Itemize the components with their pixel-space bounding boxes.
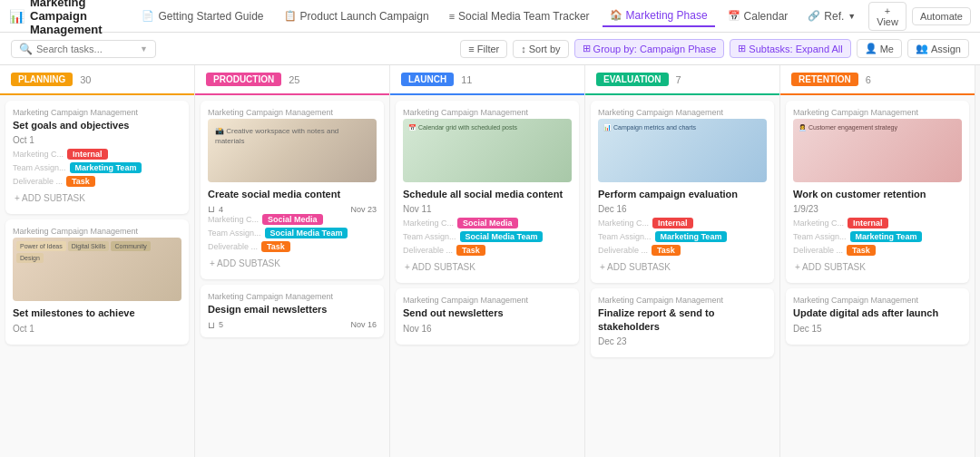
field-label: Deliverable ... <box>13 177 63 186</box>
card-field-row: Marketing C...Internal <box>598 218 767 228</box>
table-row[interactable]: Marketing Campaign Management Power of I… <box>5 219 189 344</box>
card-meta: Marketing Campaign Management <box>403 108 572 117</box>
column-planning: PLANNING 30 Marketing Campaign Managemen… <box>0 65 195 457</box>
column-body-retention: Marketing Campaign Management👩‍💼 Custome… <box>780 95 975 457</box>
column-body-evaluation: Marketing Campaign Management📊 Campaign … <box>585 95 779 457</box>
ref-expand-icon: ▼ <box>848 12 856 21</box>
field-label: Marketing C... <box>598 219 649 228</box>
card-image: Power of Ideas Digital Skills Community … <box>13 238 181 301</box>
filter-icon: ≡ <box>468 44 474 54</box>
card-title: Work on customer retention <box>793 188 962 200</box>
field-label: Marketing C... <box>403 219 454 228</box>
card-subtask-info: ⊔ 4 Nov 23 <box>208 204 377 214</box>
column-header-evaluation: EVALUATION 7 <box>585 65 779 95</box>
card-image: 👩‍💼 Customer engagement strategy <box>793 119 962 182</box>
table-row[interactable]: Marketing Campaign Management📊 Campaign … <box>591 101 774 283</box>
phase-badge-production: PRODUCTION <box>206 73 281 86</box>
tag: Marketing Team <box>70 162 142 173</box>
field-label: Team Assign... <box>403 232 456 241</box>
add-subtask-button[interactable]: + ADD SUBTASK <box>793 258 962 276</box>
field-label: Deliverable ... <box>793 246 843 255</box>
phase-badge-retention: RETENTION <box>791 73 858 86</box>
search-input[interactable] <box>36 44 136 54</box>
tag: Marketing Team <box>850 231 923 242</box>
person-icon: 👤 <box>865 43 877 54</box>
calendar-icon: 📅 <box>728 10 740 22</box>
subtasks-button[interactable]: ⊞ Subtasks: Expand All <box>730 39 850 58</box>
field-label: Team Assign... <box>13 163 66 172</box>
phase-badge-evaluation: EVALUATION <box>596 73 669 86</box>
tab-getting-started[interactable]: 📄 Getting Started Guide <box>134 6 270 26</box>
card-field-row: Team Assign...Social Media Team <box>208 228 377 238</box>
tab-social-media-tracker[interactable]: ≡ Social Media Team Tracker <box>442 6 597 26</box>
doc-icon: 📄 <box>142 10 154 22</box>
tag: Marketing Team <box>655 231 728 242</box>
link-icon: 🔗 <box>808 10 820 22</box>
automate-button[interactable]: Automate <box>912 7 971 25</box>
grid-icon: ≡ <box>449 11 455 22</box>
card-date: Oct 1 <box>13 135 181 145</box>
table-row[interactable]: Marketing Campaign ManagementFinalize re… <box>591 288 774 357</box>
card-title: Create social media content <box>208 188 377 200</box>
table-row[interactable]: Marketing Campaign Management📸 Creative … <box>201 101 384 279</box>
card-date: Nov 16 <box>403 324 572 334</box>
subtask-icon: ⊔ <box>208 204 215 214</box>
card-title: Set goals and objectives <box>13 119 181 131</box>
add-subtask-button[interactable]: + ADD SUBTASK <box>208 255 377 272</box>
field-label: Deliverable ... <box>403 246 453 255</box>
column-launch: LAUNCH 11 Marketing Campaign Management📅… <box>390 65 585 457</box>
table-row[interactable]: Marketing Campaign ManagementSet goals a… <box>5 101 189 214</box>
search-box[interactable]: 🔍 ▼ <box>11 40 156 58</box>
column-count-retention: 6 <box>866 74 871 85</box>
table-row[interactable]: Marketing Campaign ManagementDesign emai… <box>201 285 384 336</box>
card-title: Set milestones to achieve <box>13 306 181 319</box>
column-count-planning: 30 <box>80 74 91 85</box>
tag: Social Media <box>457 218 518 228</box>
field-label: Marketing C... <box>13 150 64 159</box>
tag: Internal <box>652 218 693 228</box>
tab-marketing-phase[interactable]: 🏠 Marketing Phase <box>603 5 715 27</box>
card-date: Dec 16 <box>598 204 767 214</box>
tag: Task <box>66 176 95 187</box>
tag: Internal <box>67 149 108 160</box>
sort-button[interactable]: ↕ Sort by <box>513 40 568 58</box>
add-view-button[interactable]: + View <box>868 2 906 31</box>
subtask-count: 5 <box>219 320 223 329</box>
column-count-production: 25 <box>289 74 299 85</box>
column-header-launch: LAUNCH 11 <box>390 65 584 95</box>
subtask-count: 4 <box>219 205 223 214</box>
assign-button[interactable]: 👥 Assign <box>907 39 969 58</box>
card-title: Send out newsletters <box>403 306 572 319</box>
add-subtask-button[interactable]: + ADD SUBTASK <box>403 258 572 276</box>
column-header-retention: RETENTION 6 <box>780 65 975 95</box>
group-by-button[interactable]: ⊞ Group by: Campaign Phase <box>574 39 725 58</box>
field-label: Marketing C... <box>208 215 259 224</box>
card-field-row: Team Assign...Marketing Team <box>13 162 181 173</box>
filter-button[interactable]: ≡ Filter <box>460 40 507 58</box>
app-title: Marketing Campaign Management <box>30 0 122 36</box>
subtasks-icon: ⊞ <box>738 43 746 54</box>
tab-product-launch[interactable]: 📋 Product Launch Campaign <box>277 6 436 26</box>
card-date: Dec 15 <box>793 324 962 334</box>
card-title: Update digital ads after launch <box>793 306 962 319</box>
tab-ref[interactable]: 🔗 Ref. ▼ <box>800 6 863 26</box>
table-row[interactable]: Marketing Campaign Management👩‍💼 Custome… <box>786 101 969 283</box>
filterbar: 🔍 ▼ ≡ Filter ↕ Sort by ⊞ Group by: Campa… <box>0 33 980 65</box>
me-button[interactable]: 👤 Me <box>857 39 902 58</box>
table-row[interactable]: Marketing Campaign ManagementUpdate digi… <box>786 288 969 344</box>
chevron-down-icon: ▼ <box>140 44 148 53</box>
tab-calendar[interactable]: 📅 Calendar <box>720 6 796 26</box>
add-subtask-button[interactable]: + ADD SUBTASK <box>13 190 181 207</box>
table-row[interactable]: Marketing Campaign Management📅 Calendar … <box>396 101 579 283</box>
card-date: Nov 11 <box>403 204 572 214</box>
list-icon: 📋 <box>284 10 297 22</box>
phase-badge-planning: PLANNING <box>11 73 73 86</box>
card-field-row: Deliverable ...Task <box>598 245 767 256</box>
card-field-row: Team Assign...Marketing Team <box>598 231 767 242</box>
column-count-launch: 11 <box>461 74 472 85</box>
add-subtask-button[interactable]: + ADD SUBTASK <box>598 258 767 276</box>
card-field-row: Deliverable ...Task <box>403 245 572 256</box>
tag: Task <box>456 245 485 256</box>
tag: Social Media Team <box>460 231 544 242</box>
table-row[interactable]: Marketing Campaign ManagementSend out ne… <box>396 288 579 344</box>
